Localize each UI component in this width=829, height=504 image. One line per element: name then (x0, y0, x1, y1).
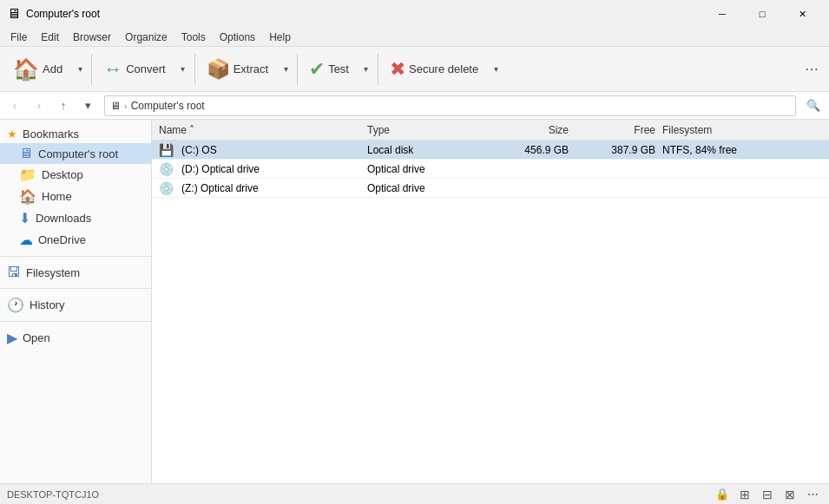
delete-button[interactable]: ✖ Secure delete (382, 52, 486, 87)
col-header-type[interactable]: Type (367, 124, 489, 136)
toolbar: 🏠 Add ▾ ↔ Convert ▾ 📦 Extract ▾ ✔ Test ▾… (0, 47, 829, 92)
menu-options[interactable]: Options (213, 29, 262, 45)
col-header-fs[interactable]: Filesystem (662, 124, 766, 136)
optical-icon: 💿 (159, 181, 174, 195)
sidebar-divider-2 (0, 288, 151, 289)
statusbar: DESKTOP-TQTCJ1O 🔒 ⊞ ⊟ ⊠ ⋯ (0, 483, 829, 504)
delete-label: Secure delete (409, 62, 478, 75)
sidebar-bookmarks-header[interactable]: ★ Bookmarks (0, 125, 151, 143)
menu-browser[interactable]: Browser (66, 29, 118, 45)
col-header-name[interactable]: Name ˄ (159, 124, 367, 136)
forward-button[interactable]: › (28, 95, 50, 117)
file-filesystem: NTFS, 84% free (662, 144, 766, 156)
maximize-button[interactable]: □ (742, 0, 782, 28)
convert-label: Convert (126, 62, 166, 75)
menubar: File Edit Browser Organize Tools Options… (0, 28, 829, 47)
convert-icon: ↔ (103, 60, 122, 79)
view-grid-icon[interactable]: ⊟ (758, 485, 777, 504)
filesystem-icon: 🖫 (7, 265, 21, 280)
sidebar-onedrive-label: OneDrive (38, 233, 86, 246)
file-type: Optical drive (367, 163, 489, 175)
addressbar: ‹ › ↑ ▾ 🖥 › Computer's root 🔍 (0, 92, 829, 120)
lock-icon[interactable]: 🔒 (713, 485, 732, 504)
table-row[interactable]: 💿 (Z:) Optical drive Optical drive (152, 179, 829, 198)
breadcrumb-icon: 🖥 (110, 100, 121, 112)
table-row[interactable]: 💿 (D:) Optical drive Optical drive (152, 160, 829, 179)
filesystem-label: Filesystem (26, 266, 80, 279)
convert-dropdown[interactable]: ▾ (175, 52, 191, 87)
view-list-icon[interactable]: ⊞ (735, 485, 754, 504)
sidebar-open-header[interactable]: ▶ Open (0, 327, 151, 349)
toolbar-more-button[interactable]: ⋯ (799, 52, 824, 87)
path-dropdown-button[interactable]: ▾ (76, 95, 99, 117)
add-icon: 🏠 (13, 59, 39, 80)
back-button[interactable]: ‹ (3, 95, 26, 117)
titlebar: 🖥 Computer's root ─ □ ✕ (0, 0, 829, 28)
home-icon: 🏠 (19, 188, 36, 205)
view-detail-icon[interactable]: ⊠ (780, 485, 799, 504)
file-type: Optical drive (367, 182, 489, 194)
file-name: 💾 (C:) OS (159, 143, 367, 157)
file-list: Name ˄ Type Size Free Filesystem 💾 (C:) … (152, 120, 829, 483)
app-icon: 🖥 (7, 6, 21, 22)
menu-tools[interactable]: Tools (174, 29, 213, 45)
computer-icon: 🖥 (19, 146, 33, 161)
open-label: Open (23, 331, 50, 344)
extract-dropdown[interactable]: ▾ (278, 52, 293, 87)
delete-icon: ✖ (390, 60, 405, 79)
sidebar-downloads-label: Downloads (36, 212, 91, 225)
convert-button[interactable]: ↔ Convert (95, 52, 174, 87)
sidebar-divider-3 (0, 321, 151, 322)
add-button[interactable]: 🏠 Add (5, 52, 70, 87)
sidebar-item-computer[interactable]: 🖥 Computer's root (0, 143, 151, 164)
file-name: 💿 (D:) Optical drive (159, 162, 367, 176)
minimize-button[interactable]: ─ (702, 0, 742, 28)
file-type: Local disk (367, 144, 489, 156)
up-button[interactable]: ↑ (52, 95, 75, 117)
main-area: ★ Bookmarks 🖥 Computer's root 📁 Desktop … (0, 120, 829, 483)
sidebar-divider-1 (0, 256, 151, 257)
toolbar-sep-1 (91, 54, 92, 85)
delete-dropdown[interactable]: ▾ (488, 52, 503, 87)
menu-help[interactable]: Help (262, 29, 298, 45)
search-button[interactable]: 🔍 (801, 94, 826, 118)
col-header-size[interactable]: Size (489, 124, 576, 136)
test-button[interactable]: ✔ Test (301, 52, 357, 87)
breadcrumb: 🖥 › Computer's root (104, 95, 796, 116)
test-icon: ✔ (309, 60, 325, 79)
toolbar-sep-2 (194, 54, 195, 85)
statusbar-more-icon[interactable]: ⋯ (803, 485, 822, 504)
sidebar-history-header[interactable]: 🕐 History (0, 294, 151, 316)
sidebar-item-desktop[interactable]: 📁 Desktop (0, 164, 151, 186)
extract-button[interactable]: 📦 Extract (199, 52, 276, 87)
extract-icon: 📦 (207, 60, 230, 79)
sidebar-item-home[interactable]: 🏠 Home (0, 186, 151, 207)
downloads-icon: ⬇ (19, 210, 30, 226)
statusbar-icons: 🔒 ⊞ ⊟ ⊠ ⋯ (713, 485, 822, 504)
drive-icon: 💾 (159, 143, 174, 157)
file-list-header: Name ˄ Type Size Free Filesystem (152, 120, 829, 141)
close-button[interactable]: ✕ (782, 0, 822, 28)
history-label: History (30, 298, 64, 311)
breadcrumb-sep: › (124, 101, 128, 111)
toolbar-sep-4 (378, 54, 378, 85)
add-dropdown[interactable]: ▾ (72, 52, 88, 87)
file-free: 387.9 GB (576, 144, 662, 156)
test-dropdown[interactable]: ▾ (359, 52, 374, 87)
add-label: Add (43, 62, 63, 75)
sidebar-item-onedrive[interactable]: ☁ OneDrive (0, 229, 151, 251)
menu-file[interactable]: File (3, 29, 34, 45)
menu-edit[interactable]: Edit (34, 29, 66, 45)
menu-organize[interactable]: Organize (118, 29, 174, 45)
bookmarks-label: Bookmarks (23, 128, 79, 141)
sidebar-item-downloads[interactable]: ⬇ Downloads (0, 207, 151, 229)
open-icon: ▶ (7, 330, 17, 346)
table-row[interactable]: 💾 (C:) OS Local disk 456.9 GB 387.9 GB N… (152, 141, 829, 160)
star-icon: ★ (7, 128, 17, 141)
title-text: Computer's root (26, 8, 702, 20)
sidebar-filesystem-header[interactable]: 🖫 Filesystem (0, 262, 151, 283)
col-header-free[interactable]: Free (576, 124, 662, 136)
breadcrumb-path: Computer's root (131, 100, 205, 112)
optical-icon: 💿 (159, 162, 174, 176)
sidebar-computer-label: Computer's root (38, 147, 118, 160)
